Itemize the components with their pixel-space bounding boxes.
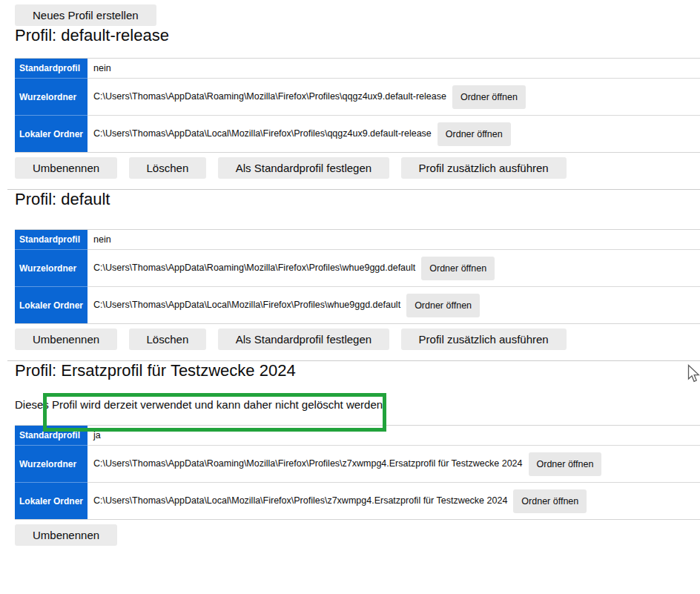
profile-title: Profil: Ersatzprofil für Testzwecke 2024	[15, 361, 700, 380]
open-local-dir-button[interactable]: Ordner öffnen	[406, 294, 480, 317]
local-dir-label: Lokaler Ordner	[15, 116, 88, 153]
root-dir-path: C:\Users\Thomas\AppData\Roaming\Mozilla\…	[93, 91, 446, 102]
root-dir-cell: C:\Users\Thomas\AppData\Roaming\Mozilla\…	[88, 250, 700, 287]
profile-table: Standardprofil nein Wurzelordner C:\User…	[15, 229, 700, 324]
table-row: Lokaler Ordner C:\Users\Thomas\AppData\L…	[15, 287, 700, 324]
rename-button[interactable]: Umbenennen	[15, 157, 117, 179]
local-dir-cell: C:\Users\Thomas\AppData\Local\Mozilla\Fi…	[88, 116, 700, 153]
table-row: Standardprofil nein	[15, 230, 700, 250]
local-dir-path: C:\Users\Thomas\AppData\Local\Mozilla\Fi…	[93, 128, 432, 139]
run-additional-button[interactable]: Profil zusätzlich ausführen	[401, 329, 567, 350]
default-profile-value: nein	[88, 230, 700, 250]
root-dir-path: C:\Users\Thomas\AppData\Roaming\Mozilla\…	[93, 458, 522, 469]
delete-button[interactable]: Löschen	[129, 157, 207, 179]
profile-title: Profil: default	[15, 190, 700, 209]
set-default-button[interactable]: Als Standardprofil festlegen	[218, 329, 389, 350]
local-dir-cell: C:\Users\Thomas\AppData\Local\Mozilla\Fi…	[88, 287, 700, 324]
default-profile-label: Standardprofil	[15, 230, 88, 250]
open-root-dir-button[interactable]: Ordner öffnen	[452, 85, 526, 109]
profile-actions: Umbenennen	[15, 524, 700, 546]
profile-section-ersatzprofil: Profil: Ersatzprofil für Testzwecke 2024…	[0, 361, 700, 546]
table-row: Standardprofil nein	[15, 59, 700, 79]
local-dir-label: Lokaler Ordner	[15, 287, 88, 324]
profile-section-default-release: Profil: default-release Standardprofil n…	[0, 26, 700, 179]
root-dir-label: Wurzelordner	[15, 250, 88, 287]
profile-actions: Umbenennen Löschen Als Standardprofil fe…	[15, 157, 700, 179]
delete-button[interactable]: Löschen	[129, 329, 207, 350]
default-profile-value: ja	[88, 426, 700, 446]
profile-section-default: Profil: default Standardprofil nein Wurz…	[0, 190, 700, 350]
table-row: Lokaler Ordner C:\Users\Thomas\AppData\L…	[15, 116, 700, 153]
open-root-dir-button[interactable]: Ordner öffnen	[529, 452, 602, 476]
default-profile-label: Standardprofil	[15, 426, 88, 446]
default-profile-value: nein	[88, 59, 700, 79]
local-dir-label: Lokaler Ordner	[15, 483, 88, 520]
open-local-dir-button[interactable]: Ordner öffnen	[438, 122, 511, 146]
root-dir-label: Wurzelordner	[15, 446, 88, 483]
rename-button[interactable]: Umbenennen	[15, 524, 117, 546]
local-dir-path: C:\Users\Thomas\AppData\Local\Mozilla\Fi…	[93, 300, 400, 310]
default-profile-label: Standardprofil	[15, 59, 88, 79]
root-dir-label: Wurzelordner	[15, 79, 88, 116]
run-additional-button[interactable]: Profil zusätzlich ausführen	[401, 157, 567, 179]
local-dir-cell: C:\Users\Thomas\AppData\Local\Mozilla\Fi…	[88, 483, 700, 520]
table-row: Lokaler Ordner C:\Users\Thomas\AppData\L…	[15, 483, 700, 520]
open-root-dir-button[interactable]: Ordner öffnen	[421, 257, 495, 280]
root-dir-cell: C:\Users\Thomas\AppData\Roaming\Mozilla\…	[88, 446, 700, 483]
table-row: Wurzelordner C:\Users\Thomas\AppData\Roa…	[15, 446, 700, 483]
profile-table: Standardprofil nein Wurzelordner C:\User…	[15, 58, 700, 153]
open-local-dir-button[interactable]: Ordner öffnen	[513, 489, 587, 513]
table-row: Standardprofil ja	[15, 426, 700, 446]
profile-title: Profil: default-release	[15, 26, 700, 45]
profile-in-use-note: Dieses Profil wird derzeit verwendet und…	[15, 397, 700, 412]
root-dir-path: C:\Users\Thomas\AppData\Roaming\Mozilla\…	[93, 263, 415, 273]
rename-button[interactable]: Umbenennen	[15, 329, 117, 350]
set-default-button[interactable]: Als Standardprofil festlegen	[218, 157, 389, 179]
create-profile-button[interactable]: Neues Profil erstellen	[15, 4, 156, 26]
table-row: Wurzelordner C:\Users\Thomas\AppData\Roa…	[15, 250, 700, 287]
profile-actions: Umbenennen Löschen Als Standardprofil fe…	[15, 329, 700, 350]
table-row: Wurzelordner C:\Users\Thomas\AppData\Roa…	[15, 79, 700, 116]
local-dir-path: C:\Users\Thomas\AppData\Local\Mozilla\Fi…	[93, 495, 507, 506]
profile-table: Standardprofil ja Wurzelordner C:\Users\…	[15, 425, 700, 520]
root-dir-cell: C:\Users\Thomas\AppData\Roaming\Mozilla\…	[88, 79, 700, 116]
